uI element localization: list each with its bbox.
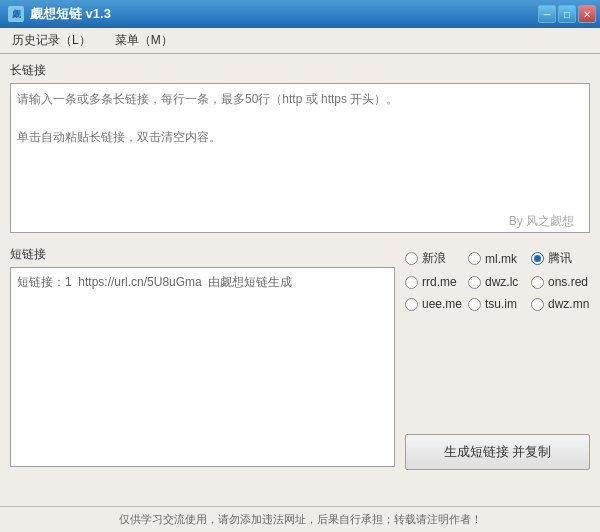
by-signature: By 风之觑想 [509,213,574,230]
long-url-section: 长链接 By 风之觑想 [10,62,590,236]
short-url-section: 短链接 新浪 ml.mk 腾讯 [10,246,590,470]
radio-mlmk-circle [468,252,481,265]
history-menu[interactable]: 历史记录（L） [8,31,95,50]
radio-mlmk[interactable]: ml.mk [468,250,527,267]
long-url-container: By 风之觑想 [10,83,590,236]
radio-tsuim-circle [468,298,481,311]
radio-rrdme[interactable]: rrd.me [405,275,464,289]
radio-dwzmn-label: dwz.mn [548,297,589,311]
title-bar: 觑 觑想短链 v1.3 ─ □ ✕ [0,0,600,28]
radio-tsuim-label: tsu.im [485,297,517,311]
radio-tengxun[interactable]: 腾讯 [531,250,590,267]
minimize-button[interactable]: ─ [538,5,556,23]
radio-onsred[interactable]: ons.red [531,275,590,289]
radio-xinlang-label: 新浪 [422,250,446,267]
generate-button[interactable]: 生成短链接 并复制 [405,434,590,470]
maximize-button[interactable]: □ [558,5,576,23]
radio-rrdme-circle [405,276,418,289]
radio-dwzlc[interactable]: dwz.lc [468,275,527,289]
short-url-right: 新浪 ml.mk 腾讯 rrd.me dwz.lc [405,246,590,470]
long-url-label: 长链接 [10,62,590,79]
radio-xinlang-circle [405,252,418,265]
radio-rrdme-label: rrd.me [422,275,457,289]
window-controls: ─ □ ✕ [538,5,596,23]
radio-onsred-label: ons.red [548,275,588,289]
radio-tsuim[interactable]: tsu.im [468,297,527,311]
radio-mlmk-label: ml.mk [485,252,517,266]
short-url-label: 短链接 [10,246,395,263]
footer: 仅供学习交流使用，请勿添加违法网址，后果自行承担；转载请注明作者！ [0,506,600,532]
radio-ueeme-circle [405,298,418,311]
radio-onsred-circle [531,276,544,289]
radio-tengxun-circle [531,252,544,265]
app-icon: 觑 [8,6,24,22]
service-options: 新浪 ml.mk 腾讯 rrd.me dwz.lc [405,246,590,311]
radio-xinlang[interactable]: 新浪 [405,250,464,267]
radio-dwzlc-circle [468,276,481,289]
radio-tengxun-label: 腾讯 [548,250,572,267]
radio-ueeme-label: uee.me [422,297,462,311]
radio-dwzmn-circle [531,298,544,311]
radio-dwzmn[interactable]: dwz.mn [531,297,590,311]
radio-ueeme[interactable]: uee.me [405,297,464,311]
close-button[interactable]: ✕ [578,5,596,23]
radio-dwzlc-label: dwz.lc [485,275,518,289]
main-content: 长链接 By 风之觑想 短链接 新浪 ml.mk [0,54,600,506]
app-title: 觑想短链 v1.3 [30,5,111,23]
menu-bar: 历史记录（L） 菜单（M） [0,28,600,54]
short-url-left: 短链接 [10,246,395,470]
footer-text: 仅供学习交流使用，请勿添加违法网址，后果自行承担；转载请注明作者！ [119,512,482,527]
main-menu[interactable]: 菜单（M） [111,31,177,50]
long-url-input[interactable] [10,83,590,233]
short-url-output[interactable] [10,267,395,467]
